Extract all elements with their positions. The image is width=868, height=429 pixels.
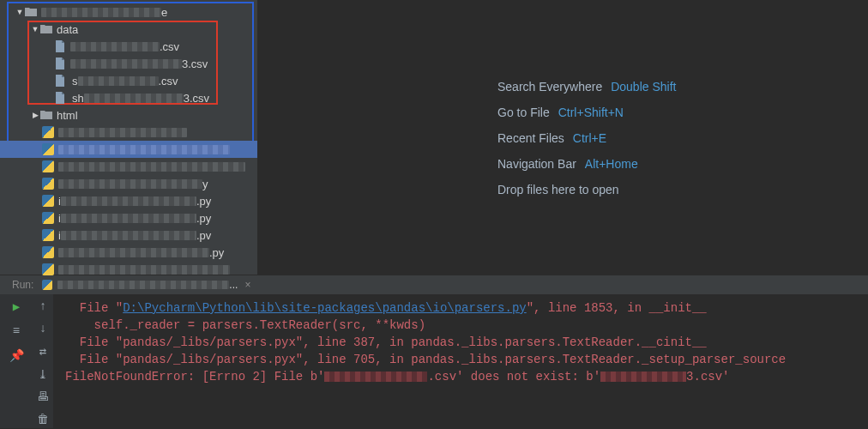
python-file-icon (41, 194, 55, 208)
tree-label: .py (209, 246, 224, 259)
file-icon (53, 57, 67, 70)
hint-search-everywhere: Search Everywhere Double Shift (497, 74, 868, 100)
arrow-down-icon[interactable]: ↓ (39, 322, 46, 335)
tree-row-py7[interactable]: i .pv (0, 227, 257, 244)
traceback-line: FileNotFoundError: [Errno 2] File b'.csv… (65, 368, 868, 385)
hint-go-to-file: Go to File Ctrl+Shift+N (497, 100, 868, 125)
tree-row-selected[interactable] (0, 141, 257, 158)
obscured-text (58, 248, 209, 257)
obscured-text (41, 8, 161, 17)
hint-recent-files: Recent Files Ctrl+E (497, 125, 868, 151)
tree-row-py3[interactable] (0, 158, 257, 175)
run-gutter-secondary: ↑ ↓ ⇄ ⤓ 🖶 🗑 (33, 294, 53, 428)
folder-icon (39, 22, 53, 36)
tree-label: 3.csv (182, 57, 208, 70)
obscured-text (61, 214, 196, 223)
hint-label: Search Everywhere (497, 80, 602, 94)
python-file-icon (41, 228, 55, 242)
python-file-icon (41, 245, 55, 259)
tree-row-csv1[interactable]: .csv (0, 38, 257, 55)
obscured-text (61, 196, 196, 206)
tree-row-data-folder[interactable]: ▼ data (0, 21, 257, 38)
run-tab-label: ... (229, 279, 238, 291)
tree-label: data (57, 23, 78, 36)
python-file-icon (41, 142, 55, 156)
tree-label: .pv (196, 229, 211, 242)
print-icon[interactable]: 🖶 (37, 390, 49, 404)
tree-row-py8[interactable]: .py (0, 244, 257, 261)
python-file-icon (42, 280, 52, 290)
file-icon (53, 39, 67, 53)
run-console: ▶ ≡ 📌 ↑ ↓ ⇄ ⤓ 🖶 🗑 File "D:\Pycharm\Pytho… (0, 294, 868, 428)
tree-label: y (202, 178, 208, 190)
tree-label: 3.csv (184, 92, 209, 105)
obscured-text (70, 59, 182, 69)
python-file-icon (41, 177, 55, 190)
trash-icon[interactable]: 🗑 (37, 413, 49, 426)
tree-row-py4[interactable]: y (0, 175, 257, 192)
tree-label: e (161, 6, 167, 19)
file-link[interactable]: D:\Pycharm\Python\lib\site-packages\pand… (123, 301, 526, 315)
pin-icon[interactable]: 📌 (9, 348, 24, 363)
chevron-down-icon[interactable]: ▼ (31, 25, 39, 33)
tree-row-html-folder[interactable]: ▶ html (0, 106, 257, 124)
close-icon[interactable]: × (244, 279, 250, 291)
python-file-icon (41, 160, 55, 173)
hint-shortcut: Ctrl+E (573, 131, 606, 145)
obscured-text (57, 281, 229, 289)
arrow-up-icon[interactable]: ↑ (39, 299, 46, 313)
folder-icon (24, 5, 38, 19)
chevron-right-icon[interactable]: ▶ (31, 111, 39, 119)
obscured-text (58, 145, 230, 154)
tree-row-csv3[interactable]: s .csv (0, 72, 257, 89)
project-tree: ▼ e ▼ data (0, 0, 257, 275)
tree-row-py5[interactable]: i .py (0, 192, 257, 209)
obscured-text (84, 94, 184, 103)
tree-row-csv4[interactable]: sh 3.csv (0, 89, 257, 106)
traceback-line: File "D:\Pycharm\Python\lib\site-package… (65, 299, 868, 317)
hint-label: Recent Files (497, 131, 564, 145)
wrap-icon[interactable]: ⇄ (39, 344, 46, 359)
hint-shortcut: Double Shift (611, 80, 676, 94)
folder-icon (39, 108, 53, 122)
obscured-text (70, 42, 160, 51)
python-file-icon (41, 125, 55, 139)
hint-label: Drop files here to open (497, 183, 619, 196)
tree-label: .py (196, 195, 211, 208)
hint-drop-files: Drop files here to open (497, 177, 868, 202)
hint-label: Navigation Bar (497, 157, 576, 171)
hint-navigation-bar: Navigation Bar Alt+Home (497, 151, 868, 177)
chevron-down-icon[interactable]: ▼ (15, 8, 24, 16)
python-file-icon (41, 211, 55, 225)
obscured-text (78, 76, 159, 86)
scroll-to-end-icon[interactable]: ⤓ (38, 367, 48, 382)
obscured-text (58, 265, 230, 275)
tree-row-py1[interactable] (0, 124, 257, 141)
tree-row-root[interactable]: ▼ e (0, 3, 257, 21)
obscured-text (58, 162, 245, 172)
run-icon[interactable]: ▶ (13, 299, 20, 314)
structure-icon[interactable]: ≡ (13, 324, 20, 338)
hint-label: Go to File (497, 106, 550, 119)
traceback-line: File "pandas/_libs/parsers.pyx", line 38… (65, 334, 868, 351)
console-output[interactable]: File "D:\Pycharm\Python\lib\site-package… (53, 294, 868, 428)
tree-label: .csv (160, 40, 179, 53)
tree-row-csv2[interactable]: 3.csv (0, 55, 257, 72)
obscured-text (58, 179, 202, 189)
tree-row-py6[interactable]: i .py (0, 209, 257, 227)
obscured-text (61, 231, 196, 240)
run-label: Run: (12, 279, 33, 291)
run-gutter-left: ▶ ≡ 📌 (0, 294, 33, 428)
file-icon (53, 74, 67, 88)
obscured-text (324, 372, 427, 382)
python-file-icon (41, 263, 55, 276)
editor-empty-state: Search Everywhere Double Shift Go to Fil… (257, 0, 868, 275)
obscured-text (600, 372, 686, 382)
tree-label: .csv (159, 75, 178, 88)
tree-label: .py (196, 212, 211, 225)
traceback-line: self._reader = parsers.TextReader(src, *… (65, 317, 868, 334)
traceback-line: File "pandas/_libs/parsers.pyx", line 70… (65, 351, 868, 368)
tree-row-py9[interactable] (0, 261, 257, 278)
file-icon (53, 91, 67, 105)
hint-shortcut: Ctrl+Shift+N (558, 106, 624, 119)
